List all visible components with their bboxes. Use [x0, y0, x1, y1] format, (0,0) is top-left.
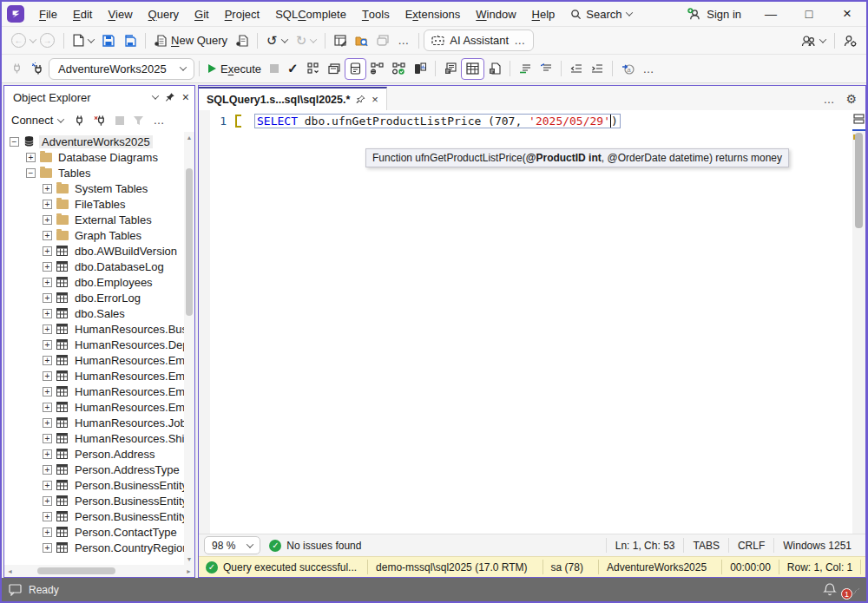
window-layout-button[interactable]	[372, 29, 393, 51]
tree-item-tables[interactable]: −Tables	[4, 165, 184, 180]
tree-horizontal-scrollbar[interactable]: ◄ ►	[4, 565, 194, 577]
expand-icon[interactable]: +	[26, 153, 36, 162]
tree-item-person-businessentity[interactable]: +Person.BusinessEntity	[4, 477, 184, 493]
tree-item-adventureworks2025[interactable]: −AdventureWorks2025	[4, 134, 184, 149]
comment-lines-button[interactable]	[515, 58, 536, 80]
menu-tools[interactable]: Tools	[354, 2, 398, 26]
results-to-grid-button[interactable]	[461, 58, 484, 80]
expand-icon[interactable]: +	[43, 528, 52, 537]
template-parameters-button[interactable]: a	[617, 58, 639, 80]
tree-item-humanresources-dep[interactable]: +HumanResources.Dep	[4, 337, 184, 352]
database-selector[interactable]: AdventureWorks2025	[49, 58, 194, 80]
query-toolbar-overflow-button[interactable]: …	[639, 58, 660, 80]
tab-list-overflow-icon[interactable]: …	[823, 93, 835, 106]
query-options-button[interactable]	[303, 58, 324, 80]
scroll-up-icon[interactable]: ▲	[187, 134, 193, 141]
zoom-selector[interactable]: 98 %	[204, 536, 260, 554]
tree-vertical-scrollbar[interactable]: ▲ ▼	[184, 132, 194, 565]
scroll-right-icon[interactable]: ►	[186, 568, 192, 574]
pin-icon[interactable]	[165, 92, 175, 102]
expand-icon[interactable]: +	[43, 184, 52, 193]
minimize-button[interactable]: —	[752, 2, 790, 26]
expand-icon[interactable]: +	[43, 293, 52, 303]
menu-git[interactable]: Git	[187, 2, 217, 26]
collapse-icon[interactable]: −	[10, 137, 19, 147]
tree-item-humanresources-bus[interactable]: +HumanResources.Bus	[4, 321, 184, 337]
scrollbar-thumb[interactable]	[186, 168, 193, 316]
change-connection-button[interactable]	[27, 58, 49, 80]
user-settings-button[interactable]	[839, 29, 861, 51]
pin-icon[interactable]	[356, 95, 365, 104]
expand-icon[interactable]: +	[43, 324, 52, 334]
tree-item-dbo-awbuildversion[interactable]: +dbo.AWBuildVersion	[4, 243, 184, 259]
menu-edit[interactable]: Edit	[65, 2, 100, 26]
navigate-back-button[interactable]: ←	[7, 29, 30, 51]
expand-icon[interactable]: +	[43, 309, 52, 318]
editor-settings-gear-icon[interactable]: ⚙	[845, 92, 857, 106]
notifications-bell-icon[interactable]	[823, 582, 837, 597]
redo-button[interactable]: ↻	[292, 29, 321, 51]
object-explorer-overflow-icon[interactable]: …	[153, 114, 165, 127]
expand-icon[interactable]: +	[43, 278, 52, 287]
expand-icon[interactable]: +	[43, 543, 52, 553]
scrollbar-thumb[interactable]	[855, 133, 863, 228]
results-to-file-button[interactable]	[484, 58, 505, 80]
increase-indent-button[interactable]	[587, 58, 608, 80]
tree-item-person-businessentity[interactable]: +Person.BusinessEntity	[4, 508, 184, 524]
tree-item-filetables[interactable]: +FileTables	[4, 196, 184, 212]
expand-icon[interactable]: +	[43, 340, 52, 350]
expand-icon[interactable]: +	[43, 387, 52, 397]
execute-button[interactable]: Execute	[204, 58, 266, 80]
line-ending[interactable]: CRLF	[728, 538, 773, 554]
actual-plan-button[interactable]	[388, 58, 410, 80]
split-editor-icon[interactable]	[853, 114, 865, 124]
editor-vertical-scrollbar[interactable]	[852, 129, 865, 534]
tree-item-dbo-employees[interactable]: +dbo.Employees	[4, 274, 184, 290]
encoding[interactable]: Windows 1251	[773, 538, 860, 554]
tree-item-dbo-errorlog[interactable]: +dbo.ErrorLog	[4, 290, 184, 305]
tree-item-graph-tables[interactable]: +Graph Tables	[4, 227, 184, 243]
live-query-stats-button[interactable]	[410, 58, 431, 80]
connect-plug-icon[interactable]	[74, 115, 85, 127]
decrease-indent-button[interactable]	[566, 58, 587, 80]
search-menu[interactable]: Search	[562, 2, 639, 26]
connect-dropdown[interactable]: Connect	[10, 114, 65, 127]
query-designer-button[interactable]	[330, 29, 351, 51]
tree-item-person-businessentity[interactable]: +Person.BusinessEntity	[4, 493, 184, 508]
tree-item-person-contacttype[interactable]: +Person.ContactType	[4, 524, 184, 540]
tab-close-icon[interactable]: ×	[372, 93, 378, 106]
tree-item-humanresources-em[interactable]: +HumanResources.Em	[4, 352, 184, 368]
accounts-button[interactable]	[797, 29, 830, 51]
tree-item-database-diagrams[interactable]: +Database Diagrams	[4, 149, 184, 165]
expand-icon[interactable]: +	[43, 512, 52, 521]
save-all-button[interactable]	[119, 29, 141, 51]
panel-menu-chevron-icon[interactable]	[152, 92, 159, 99]
caret-position[interactable]: Ln: 1, Ch: 53	[606, 538, 684, 554]
toolbar-overflow-button[interactable]: …	[393, 29, 414, 51]
menu-sql-complete[interactable]: SQL Complete	[267, 2, 354, 26]
navigate-forward-button[interactable]: →	[36, 29, 59, 51]
expand-icon[interactable]: +	[43, 403, 52, 412]
menu-extensions[interactable]: Extensions	[398, 2, 469, 26]
connect-object-explorer-button[interactable]	[7, 58, 27, 80]
expand-icon[interactable]: +	[43, 262, 52, 272]
intellisense-button[interactable]	[324, 58, 345, 80]
expand-icon[interactable]: +	[43, 434, 52, 443]
tree-item-humanresources-job[interactable]: +HumanResources.Job	[4, 415, 184, 430]
save-button[interactable]	[98, 29, 119, 51]
menu-project[interactable]: Project	[217, 2, 268, 26]
estimated-plan-button[interactable]	[366, 58, 388, 80]
expand-icon[interactable]: +	[43, 496, 52, 506]
code-editor[interactable]: 1 SELECT dbo.ufnGetProductListPrice (707…	[199, 110, 865, 534]
feedback-bubble-icon[interactable]	[9, 584, 22, 596]
tree-item-humanresources-em[interactable]: +HumanResources.Em	[4, 383, 184, 399]
tree-item-humanresources-shif[interactable]: +HumanResources.Shif	[4, 430, 184, 446]
maximize-button[interactable]: □	[790, 2, 828, 26]
filter-icon[interactable]	[133, 115, 144, 126]
uncomment-lines-button[interactable]	[536, 58, 556, 80]
scroll-down-icon[interactable]: ▼	[187, 556, 193, 562]
scroll-left-icon[interactable]: ◄	[7, 568, 13, 574]
stop-icon[interactable]	[115, 116, 124, 125]
tree-item-system-tables[interactable]: +System Tables	[4, 180, 184, 196]
expand-icon[interactable]: +	[43, 465, 52, 475]
